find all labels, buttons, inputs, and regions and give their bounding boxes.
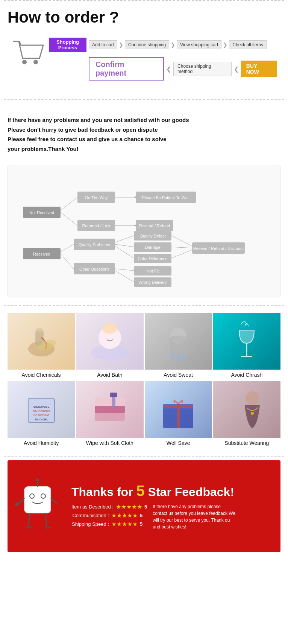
bracket-left: ❮ bbox=[166, 65, 171, 73]
bath-label: Avoid Bath bbox=[76, 370, 143, 380]
banner-right: Item as Described : ★★★★★ 5 Communicatio… bbox=[71, 503, 273, 530]
bracket-right: ❮ bbox=[234, 65, 239, 73]
svg-point-52 bbox=[102, 323, 117, 334]
confirm-row: Confirm payment ❮ Choose shipping method… bbox=[89, 57, 277, 81]
care-item-chemicals: Avoid Chemicals bbox=[8, 313, 75, 380]
svg-rect-72 bbox=[163, 405, 193, 408]
svg-point-2 bbox=[33, 60, 38, 64]
svg-line-33 bbox=[61, 212, 77, 225]
divider3 bbox=[4, 456, 284, 457]
rating-described: Item as Described : ★★★★★ 5 bbox=[71, 503, 147, 510]
sweat-label: Avoid Sweat bbox=[145, 370, 212, 380]
five-star-number: 5 bbox=[136, 483, 144, 499]
care-item-sweat: Avoid Sweat bbox=[145, 313, 212, 380]
care-item-chrash: Avoid Chrash bbox=[213, 313, 280, 380]
cart-icon bbox=[11, 38, 45, 69]
svg-line-40 bbox=[115, 246, 134, 258]
svg-text:Wrong Delivery: Wrong Delivery bbox=[139, 280, 167, 285]
svg-point-56 bbox=[176, 355, 180, 361]
buy-now-btn[interactable]: BUY NOW bbox=[241, 61, 277, 77]
how-to-order-section: How to order ? Shopping Process Add to c… bbox=[0, 1, 288, 96]
svg-text:Received: Received bbox=[33, 252, 50, 256]
care-item-save: Well Save bbox=[145, 381, 212, 448]
rating-ship-label: Shipping Speed : bbox=[71, 521, 109, 527]
wearing-image bbox=[213, 381, 280, 438]
svg-text:Damage: Damage bbox=[145, 245, 161, 250]
sweat-image bbox=[145, 313, 212, 370]
process-steps: Shopping Process Add to cart ❯ Continue … bbox=[49, 38, 277, 81]
svg-line-42 bbox=[115, 271, 134, 282]
rating-comm-stars: ★★★★★ bbox=[111, 512, 138, 519]
diagram-inner: Not Received On The Way Please Be Patien… bbox=[15, 173, 279, 289]
check-items-btn[interactable]: Check all items bbox=[229, 40, 266, 49]
svg-line-36 bbox=[61, 244, 74, 252]
save-image bbox=[145, 381, 212, 438]
divider2 bbox=[4, 305, 284, 306]
care-item-cloth: Wipe with Soft Cloth bbox=[76, 381, 143, 448]
svg-point-73 bbox=[246, 391, 259, 405]
svg-text:Quality Problems: Quality Problems bbox=[79, 242, 110, 247]
care-section: Avoid Chemicals Avoid Bath bbox=[0, 309, 288, 452]
svg-text:Quality Defect: Quality Defect bbox=[139, 234, 165, 238]
care-item-wearing: Substitute Wearing bbox=[213, 381, 280, 448]
svg-line-37 bbox=[61, 254, 74, 269]
divider1 bbox=[4, 99, 284, 100]
rating-ship-stars: ★★★★★ bbox=[111, 521, 138, 528]
svg-line-44 bbox=[171, 247, 192, 248]
chrash-image bbox=[213, 313, 280, 370]
page-title: How to order ? bbox=[8, 8, 280, 26]
svg-text:SILICAGEL: SILICAGEL bbox=[35, 418, 48, 421]
rating-comm-label: Communication : bbox=[71, 513, 109, 518]
add-to-cart-btn[interactable]: Add to cart bbox=[89, 40, 117, 49]
svg-text:DO NOT EAT: DO NOT EAT bbox=[33, 414, 50, 417]
svg-rect-64 bbox=[95, 413, 125, 421]
humidity-label: Avoid Humidity bbox=[8, 438, 75, 448]
rating-shipping: Shipping Speed : ★★★★★ 5 bbox=[71, 521, 147, 528]
arrow1: ❯ bbox=[119, 42, 123, 48]
svg-rect-68 bbox=[110, 393, 117, 397]
svg-point-79 bbox=[36, 478, 39, 481]
svg-line-43 bbox=[171, 236, 192, 246]
view-cart-btn[interactable]: View shopping cart bbox=[177, 40, 221, 49]
svg-text:SILICAGEL: SILICAGEL bbox=[33, 405, 49, 408]
svg-line-41 bbox=[115, 269, 134, 271]
star-ratings: Item as Described : ★★★★★ 5 Communicatio… bbox=[71, 503, 147, 528]
svg-point-57 bbox=[182, 353, 186, 359]
thanks-headline: Thanks for 5 Star Feedback! bbox=[71, 483, 273, 499]
svg-marker-0 bbox=[13, 41, 43, 58]
svg-text:Color Difference: Color Difference bbox=[138, 256, 167, 261]
choose-shipping-btn[interactable]: Choose shipping method bbox=[173, 62, 232, 76]
care-item-humidity: SILICAGEL DANGEROUS DO NOT EAT SILICAGEL… bbox=[8, 381, 75, 448]
svg-text:Please Be Patient To Wait: Please Be Patient To Wait bbox=[142, 195, 190, 200]
svg-text:On The Way: On The Way bbox=[85, 195, 108, 200]
mascot bbox=[15, 468, 64, 545]
arrow2: ❯ bbox=[171, 42, 175, 48]
chemicals-label: Avoid Chemicals bbox=[8, 370, 75, 380]
confirm-payment-btn[interactable]: Confirm payment bbox=[89, 57, 164, 81]
care-grid: Avoid Chemicals Avoid Bath bbox=[8, 313, 280, 448]
chemicals-image bbox=[8, 313, 75, 370]
svg-line-39 bbox=[115, 244, 134, 247]
rating-described-stars: ★★★★★ bbox=[116, 503, 142, 510]
cloth-label: Wipe with Soft Cloth bbox=[76, 438, 143, 448]
svg-line-32 bbox=[61, 197, 77, 210]
svg-line-38 bbox=[115, 236, 134, 242]
svg-point-1 bbox=[22, 60, 27, 64]
svg-rect-75 bbox=[24, 487, 51, 513]
svg-point-74 bbox=[251, 412, 254, 415]
care-item-bath: Avoid Bath bbox=[76, 313, 143, 380]
svg-text:Other Questions: Other Questions bbox=[79, 267, 110, 271]
svg-rect-65 bbox=[95, 406, 125, 413]
humidity-image: SILICAGEL DANGEROUS DO NOT EAT SILICAGEL bbox=[8, 381, 75, 438]
banner-content: Thanks for 5 Star Feedback! Item as Desc… bbox=[71, 483, 273, 530]
svg-rect-66 bbox=[95, 398, 125, 406]
svg-text:Resend / Refund / Discount: Resend / Refund / Discount bbox=[193, 246, 244, 251]
svg-rect-54 bbox=[170, 336, 186, 356]
wearing-label: Substitute Wearing bbox=[213, 438, 280, 448]
feedback-message: If there have any problems and you are n… bbox=[0, 104, 288, 161]
rating-communication: Communication : ★★★★★ 5 bbox=[71, 512, 147, 519]
save-label: Well Save bbox=[145, 438, 212, 448]
svg-line-45 bbox=[171, 250, 192, 258]
continue-shopping-btn[interactable]: Continue shopping bbox=[125, 40, 169, 49]
rating-comm-num: 5 bbox=[140, 513, 142, 518]
